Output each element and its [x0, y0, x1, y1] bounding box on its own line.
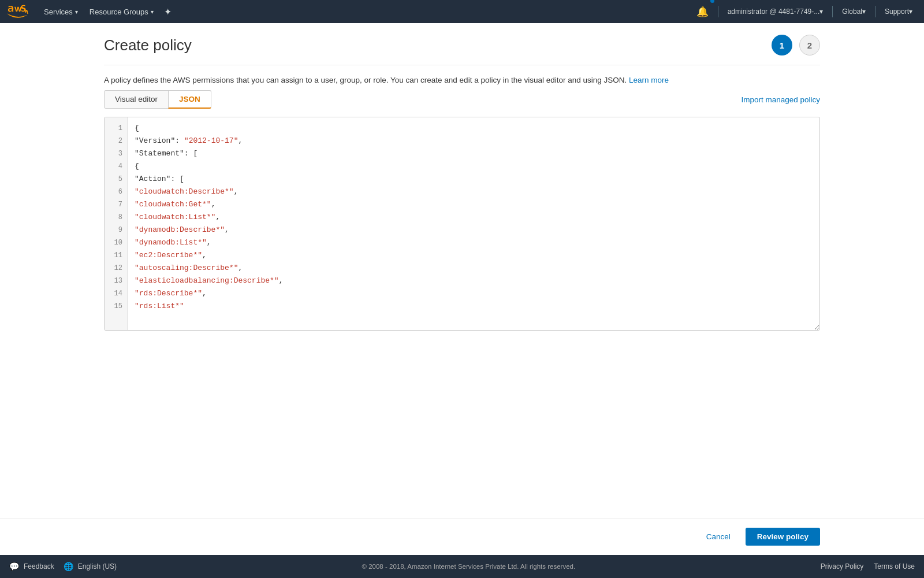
tabs-row: Visual editor JSON Import managed policy [104, 90, 820, 109]
line-num-12: 12 [105, 262, 127, 275]
line-num-2: 2 [105, 135, 127, 147]
account-menu[interactable]: administrator @ 4481-7749-... ▾ [723, 0, 828, 23]
bottom-action-bar: Cancel Review policy [0, 518, 924, 555]
services-chevron-icon: ▾ [75, 9, 78, 15]
step-1-number: 1 [780, 40, 784, 50]
line-num-14: 14 [105, 287, 127, 300]
step-2-number: 2 [807, 40, 812, 50]
notification-dot [710, 0, 714, 3]
support-label: Support [885, 8, 909, 16]
tab-visual-editor[interactable]: Visual editor [104, 90, 169, 109]
line-num-3: 3 [105, 147, 127, 160]
description-text: A policy defines the AWS permissions tha… [104, 76, 627, 84]
account-label: administrator @ 4481-7749-... [728, 8, 820, 16]
page-title: Create policy [104, 36, 192, 54]
resource-groups-nav-item[interactable]: Resource Groups ▾ [84, 0, 159, 23]
feedback-button[interactable]: 💬 Feedback [9, 562, 54, 571]
footer-copyright: © 2008 - 2018, Amazon Internet Services … [126, 563, 811, 570]
json-editor-container[interactable]: 1 2 3 4 5 6 7 8 9 10 11 12 13 14 15 { "V… [104, 117, 820, 331]
account-chevron-icon: ▾ [819, 8, 823, 16]
bookmarks-icon[interactable]: ✦ [159, 6, 176, 17]
line-num-10: 10 [105, 236, 127, 249]
resource-groups-label: Resource Groups [90, 8, 148, 16]
cancel-button[interactable]: Cancel [698, 529, 739, 544]
footer: 💬 Feedback 🌐 English (US) © 2008 - 2018,… [0, 555, 924, 578]
line-num-13: 13 [105, 275, 127, 287]
nav-divider [718, 6, 718, 17]
copyright-text: © 2008 - 2018, Amazon Internet Services … [362, 563, 576, 570]
line-num-4: 4 [105, 160, 127, 173]
privacy-policy-link[interactable]: Privacy Policy [821, 562, 864, 570]
region-chevron-icon: ▾ [862, 8, 866, 16]
tab-json[interactable]: JSON [168, 90, 211, 109]
nav-divider-3 [875, 6, 875, 17]
review-policy-button[interactable]: Review policy [746, 528, 820, 546]
step-indicators: 1 2 [772, 35, 820, 55]
language-selector[interactable]: 🌐 English (US) [64, 562, 117, 571]
nav-divider-2 [832, 6, 833, 17]
support-chevron-icon: ▾ [909, 8, 912, 16]
line-num-7: 7 [105, 198, 127, 211]
step-1-indicator: 1 [772, 35, 792, 55]
line-num-6: 6 [105, 186, 127, 198]
main-content: Create policy 1 2 A policy defines the A… [0, 23, 924, 424]
top-navigation: Services ▾ Resource Groups ▾ ✦ 🔔 adminis… [0, 0, 924, 23]
services-nav-item[interactable]: Services ▾ [38, 0, 84, 23]
services-label: Services [44, 8, 73, 16]
terms-of-use-link[interactable]: Terms of Use [874, 562, 915, 570]
json-editor: 1 2 3 4 5 6 7 8 9 10 11 12 13 14 15 { "V… [105, 117, 819, 330]
line-num-11: 11 [105, 249, 127, 262]
learn-more-link[interactable]: Learn more [629, 76, 669, 84]
region-menu[interactable]: Global ▾ [837, 0, 870, 23]
language-label: English (US) [78, 562, 117, 570]
feedback-label: Feedback [24, 562, 54, 570]
globe-icon: 🌐 [64, 562, 73, 571]
line-num-5: 5 [105, 173, 127, 186]
aws-logo-container[interactable] [7, 5, 29, 18]
import-managed-policy-link[interactable]: Import managed policy [741, 95, 820, 104]
support-menu[interactable]: Support ▾ [880, 0, 917, 23]
feedback-icon: 💬 [9, 562, 19, 571]
footer-links: Privacy Policy Terms of Use [821, 562, 915, 570]
region-label: Global [842, 8, 862, 16]
line-num-1: 1 [105, 122, 127, 135]
notifications-button[interactable]: 🔔 [692, 0, 713, 23]
line-num-9: 9 [105, 224, 127, 236]
tab-json-label: JSON [179, 95, 200, 103]
line-num-15: 15 [105, 300, 127, 313]
step-2-indicator: 2 [799, 35, 820, 55]
topnav-right-section: 🔔 administrator @ 4481-7749-... ▾ Global… [692, 0, 917, 23]
bell-icon: 🔔 [696, 6, 709, 18]
line-num-8: 8 [105, 211, 127, 224]
page-header: Create policy 1 2 [104, 35, 820, 65]
tab-visual-editor-label: Visual editor [115, 95, 158, 103]
editor-tabs: Visual editor JSON [104, 90, 211, 109]
description-bar: A policy defines the AWS permissions tha… [104, 65, 820, 90]
code-content[interactable]: { "Version": "2012-10-17", "Statement": … [128, 117, 819, 330]
content-spacer [0, 424, 924, 518]
line-numbers: 1 2 3 4 5 6 7 8 9 10 11 12 13 14 15 [105, 117, 128, 330]
resource-groups-chevron-icon: ▾ [151, 9, 154, 15]
